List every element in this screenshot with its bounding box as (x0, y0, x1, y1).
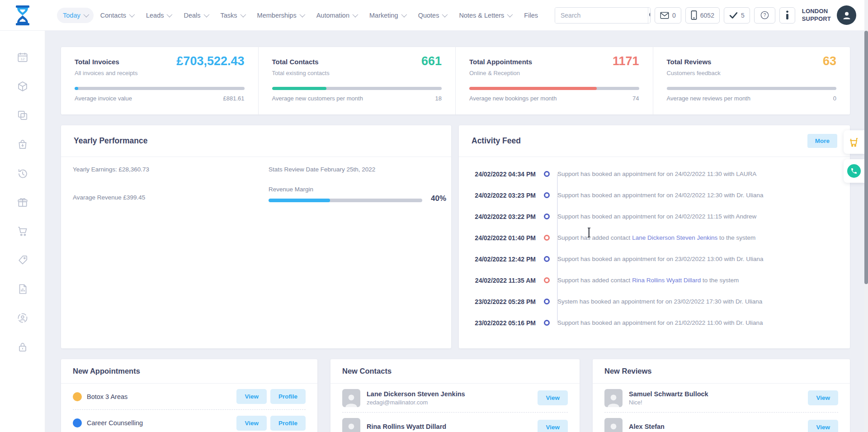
sidebar-item-history[interactable] (14, 167, 32, 179)
profile-button[interactable]: Profile (270, 416, 306, 431)
review-row: Samuel Schwartz Bullock Nice! View (604, 384, 838, 413)
activity-text-pre: Support has booked an appointment for on… (557, 171, 756, 177)
profile-button[interactable]: Profile (270, 389, 306, 404)
activity-time: 24/02/2022 03:22 PM (471, 213, 536, 220)
top-header: Today Contacts Leads Deals Tasks Members… (0, 0, 868, 31)
gift-icon (17, 196, 28, 208)
reviewer-name: Alex Stefan (629, 423, 665, 430)
shopping-cart-icon (17, 225, 28, 237)
nav-label: Deals (184, 12, 200, 19)
review-row: Alex Stefan View (604, 413, 838, 432)
timeline-marker-icon (544, 256, 550, 262)
sidebar-item-gift[interactable] (14, 196, 32, 208)
activity-text-pre: Support has booked an appointment for on… (557, 213, 756, 220)
contact-name: Rina Rollins Wyatt Dillard (367, 423, 446, 430)
timeline-marker-icon (544, 171, 550, 177)
question-circle-icon: ? (760, 10, 769, 20)
package-cube-icon (17, 81, 28, 92)
more-button[interactable]: More (807, 134, 837, 148)
user-avatar-button[interactable] (837, 5, 856, 25)
search-input[interactable] (555, 8, 648, 23)
nav-item-today[interactable]: Today (57, 8, 94, 23)
timeline-marker-icon (544, 299, 550, 304)
stat-subtitle: All invoices and receipts (75, 70, 137, 76)
chevron-down-icon (240, 12, 246, 18)
nav-label: Notes & Letters (459, 12, 504, 19)
sidebar-item-calendar[interactable]: 12 (14, 52, 32, 63)
stat-footer-value: 0 (833, 95, 836, 102)
tasks-count: 5 (741, 12, 745, 19)
info-button[interactable] (779, 7, 795, 24)
activity-time: 24/02/2022 11:35 AM (471, 277, 536, 284)
sidebar-item-packages[interactable] (14, 81, 32, 92)
view-button[interactable]: View (538, 390, 568, 405)
view-button[interactable]: View (808, 420, 838, 432)
activity-time: 24/02/2022 03:23 PM (471, 192, 536, 199)
activity-row: 24/02/2022 01:40 PM Support has added co… (471, 227, 838, 248)
review-comment: Nice! (629, 399, 708, 406)
nav-item-automation[interactable]: Automation (311, 8, 363, 23)
sidebar-item-security[interactable] (14, 341, 32, 353)
panel-title: New Contacts (342, 367, 392, 375)
chevron-down-icon (442, 12, 448, 18)
sidebar-item-account[interactable] (14, 312, 32, 324)
stat-subtitle: Customers feedback (667, 70, 721, 76)
nav-label: Files (524, 12, 538, 19)
activity-row: 24/02/2022 11:35 AM Support has added co… (471, 270, 838, 291)
activity-timeline: 24/02/2022 04:34 PM Support has booked a… (459, 157, 850, 333)
sidebar-item-duplicates[interactable] (14, 109, 32, 121)
sidebar-item-tags[interactable] (14, 254, 32, 266)
person-silhouette-icon (606, 421, 621, 432)
nav-item-notes-letters[interactable]: Notes & Letters (453, 8, 517, 23)
stat-progress-fill (272, 87, 326, 90)
activity-text-pre: Support has booked an appointment for on… (557, 192, 764, 199)
cart-widget-button[interactable] (844, 130, 864, 154)
appointment-status-dot (73, 418, 82, 427)
stat-title: Total Contacts (272, 58, 319, 66)
stat-title: Total Invoices (75, 58, 119, 66)
search-button[interactable] (648, 8, 651, 23)
stat-footer-value: 74 (632, 95, 639, 102)
nav-item-contacts[interactable]: Contacts (94, 8, 139, 23)
help-button[interactable]: ? (754, 7, 775, 24)
calls-button[interactable]: 6052 (685, 7, 720, 24)
view-button[interactable]: View (808, 390, 838, 405)
activity-contact-link[interactable]: Lane Dickerson Steven Jenkins (632, 234, 717, 241)
view-button[interactable]: View (236, 416, 267, 431)
nav-item-tasks[interactable]: Tasks (215, 8, 250, 23)
envelope-icon (660, 12, 669, 19)
view-button[interactable]: View (236, 389, 267, 404)
whatsapp-widget-button[interactable] (844, 159, 864, 183)
page-scrollbar-thumb[interactable] (864, 31, 868, 284)
tasks-button[interactable]: 5 (724, 7, 750, 24)
app-logo[interactable] (0, 5, 45, 26)
nav-item-files[interactable]: Files (518, 8, 544, 23)
view-button[interactable]: View (538, 420, 568, 432)
chevron-down-icon (299, 12, 305, 18)
activity-contact-link[interactable]: Rina Rollins Wyatt Dillard (632, 277, 701, 284)
chevron-down-icon (401, 12, 407, 18)
nav-item-leads[interactable]: Leads (140, 8, 177, 23)
nav-item-deals[interactable]: Deals (178, 8, 213, 23)
nav-item-marketing[interactable]: Marketing (363, 8, 411, 23)
yearly-earnings-text: Yearly Earnings: £28,360.73 (73, 166, 149, 173)
nav-item-quotes[interactable]: Quotes (412, 8, 453, 23)
revenue-margin-label: Revenue Margin (269, 186, 313, 193)
chevron-down-icon (129, 12, 135, 18)
stat-footer-value: £881.61 (223, 95, 245, 102)
activity-text: Support has added contact Lane Dickerson… (557, 234, 755, 241)
sidebar-item-cart[interactable] (14, 225, 32, 237)
appointment-name: Botox 3 Areas (87, 393, 127, 400)
stat-subtitle: Total existing contacts (272, 70, 330, 76)
sidebar-item-bookings[interactable] (14, 138, 32, 150)
page-scrollbar-track[interactable] (864, 0, 868, 432)
activity-time: 23/02/2022 05:28 PM (471, 298, 536, 305)
nav-item-memberships[interactable]: Memberships (251, 8, 310, 23)
sidebar-item-reports[interactable] (14, 283, 32, 295)
activity-text: Support has booked an appointment for on… (557, 213, 756, 220)
activity-text: System has booked an appointment for on … (557, 298, 762, 305)
messages-button[interactable]: 0 (655, 7, 681, 24)
person-silhouette-icon (606, 392, 621, 407)
activity-row: 24/02/2022 04:34 PM Support has booked a… (471, 163, 838, 185)
stat-progress-track (469, 87, 639, 90)
